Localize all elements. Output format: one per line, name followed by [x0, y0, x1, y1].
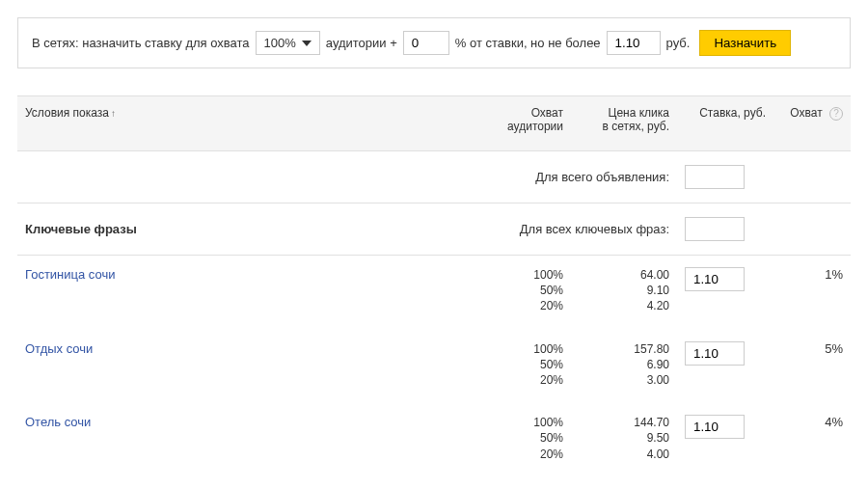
all-keywords-label: Для всех ключевых фраз:: [475, 203, 677, 256]
toolbar-mid1: аудитории +: [326, 36, 397, 50]
networks-toolbar: В сетях: назначить ставку для охвата 100…: [17, 17, 851, 68]
all-ad-label: Для всего объявления:: [17, 151, 677, 203]
keywords-title: Ключевые фразы: [17, 203, 475, 256]
sort-arrow-icon: ↑: [111, 108, 116, 119]
header-price[interactable]: Цена клика в сетях, руб.: [571, 96, 677, 151]
apply-button[interactable]: Назначить: [699, 30, 791, 56]
toolbar-suffix: руб.: [666, 36, 691, 50]
all-keywords-bid-input[interactable]: [685, 217, 745, 241]
all-ad-row: Для всего объявления:: [17, 151, 851, 203]
header-reach[interactable]: Охват ?: [773, 96, 851, 151]
table-header-row: Условия показа↑ Охват аудитории Цена кли…: [17, 96, 851, 151]
help-icon[interactable]: ?: [829, 107, 843, 121]
bids-table: Условия показа↑ Охват аудитории Цена кли…: [17, 95, 851, 477]
plus-percent-input[interactable]: [403, 31, 449, 55]
chevron-down-icon: [302, 41, 312, 46]
reach-cell: 4%: [773, 403, 851, 477]
header-coverage[interactable]: Охват аудитории: [475, 96, 571, 151]
toolbar-mid2: % от ставки, но не более: [455, 36, 601, 50]
row-bid-input[interactable]: [685, 415, 745, 439]
header-term[interactable]: Условия показа↑: [17, 96, 475, 151]
coverage-select-value: 100%: [264, 36, 296, 50]
keywords-header-row: Ключевые фразы Для всех ключевых фраз:: [17, 203, 851, 256]
reach-cell: 5%: [773, 330, 851, 404]
reach-cell: 1%: [773, 256, 851, 330]
price-cell: 157.80 6.90 3.00: [571, 330, 677, 404]
table-row: Отель сочи 100% 50% 20% 144.70 9.50 4.00…: [17, 403, 851, 477]
row-bid-input[interactable]: [685, 267, 745, 291]
max-bid-input[interactable]: [607, 31, 661, 55]
coverage-select[interactable]: 100%: [256, 31, 320, 55]
row-bid-input[interactable]: [685, 341, 745, 366]
coverage-cell: 100% 50% 20%: [475, 330, 571, 404]
keyword-link[interactable]: Отдых сочи: [25, 341, 93, 356]
all-ad-bid-input[interactable]: [685, 165, 745, 189]
price-cell: 64.00 9.10 4.20: [571, 256, 677, 330]
keyword-link[interactable]: Отель сочи: [25, 415, 91, 429]
coverage-cell: 100% 50% 20%: [475, 256, 571, 330]
header-bid[interactable]: Ставка, руб.: [677, 96, 773, 151]
keyword-link[interactable]: Гостиница сочи: [25, 267, 115, 282]
coverage-cell: 100% 50% 20%: [475, 403, 571, 477]
table-row: Отдых сочи 100% 50% 20% 157.80 6.90 3.00…: [17, 330, 851, 404]
toolbar-prefix: В сетях: назначить ставку для охвата: [32, 36, 250, 50]
price-cell: 144.70 9.50 4.00: [571, 403, 677, 477]
table-row: Гостиница сочи 100% 50% 20% 64.00 9.10 4…: [17, 256, 851, 330]
